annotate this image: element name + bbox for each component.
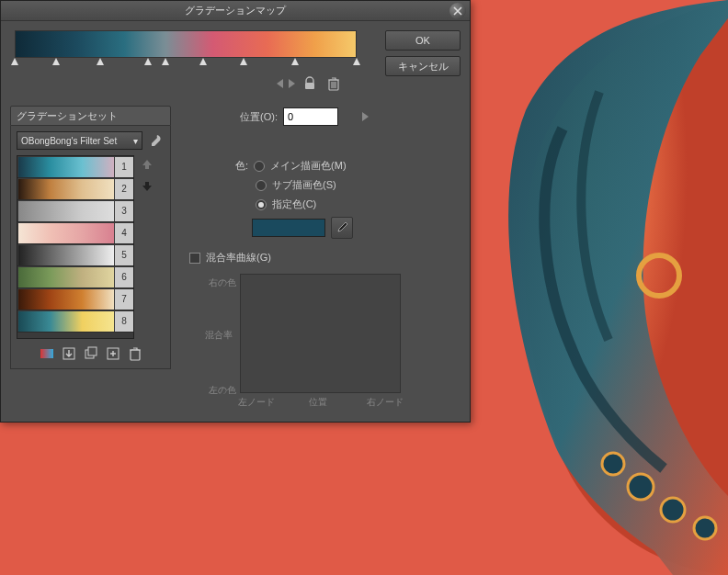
curve-position-label: 位置 bbox=[309, 396, 327, 409]
titlebar[interactable]: グラデーションマップ bbox=[1, 1, 470, 21]
gradient-stop[interactable] bbox=[353, 58, 360, 65]
preset-number: 8 bbox=[115, 311, 133, 332]
radio-specified-color[interactable] bbox=[256, 199, 267, 210]
preset-item[interactable]: 2 bbox=[17, 178, 133, 200]
preset-swatch bbox=[18, 245, 114, 265]
eyedropper-button[interactable] bbox=[331, 217, 353, 239]
position-input[interactable] bbox=[283, 107, 338, 126]
chevron-down-icon: ▾ bbox=[133, 136, 138, 146]
gradient-stop[interactable] bbox=[11, 58, 18, 65]
svg-point-3 bbox=[628, 474, 654, 500]
color-swatch[interactable] bbox=[252, 219, 325, 237]
preset-swatch bbox=[18, 267, 114, 288]
left-color-label: 左の色 bbox=[209, 384, 236, 397]
preset-set-label: OBongBong's Filter Set bbox=[21, 136, 117, 146]
cancel-button[interactable]: キャンセル bbox=[385, 56, 461, 76]
preset-number: 5 bbox=[115, 245, 133, 265]
gradient-stop[interactable] bbox=[97, 58, 104, 65]
radio-sub-label: サブ描画色(S) bbox=[272, 178, 336, 192]
trash-icon bbox=[129, 346, 142, 361]
preset-swatch bbox=[18, 179, 114, 199]
gradient-stop[interactable] bbox=[240, 58, 247, 65]
preset-swatch bbox=[18, 223, 114, 243]
preset-item[interactable]: 8 bbox=[17, 310, 133, 333]
radio-main-label: メイン描画色(M) bbox=[270, 159, 347, 173]
svg-rect-8 bbox=[40, 349, 53, 358]
gradient-stop[interactable] bbox=[199, 58, 207, 65]
preset-item[interactable]: 5 bbox=[17, 244, 133, 266]
gradient-preview-bar[interactable] bbox=[15, 30, 357, 58]
save-down-icon bbox=[62, 346, 76, 361]
duplicate-icon bbox=[84, 346, 98, 361]
preset-set-select[interactable]: OBongBong's Filter Set ▾ bbox=[17, 131, 142, 150]
svg-rect-13 bbox=[131, 350, 140, 360]
next-stop-button[interactable] bbox=[289, 79, 295, 88]
preset-item[interactable]: 6 bbox=[17, 266, 133, 288]
gradient-stop[interactable] bbox=[144, 58, 152, 65]
wrench-icon bbox=[149, 134, 162, 147]
move-down-button[interactable] bbox=[138, 177, 156, 196]
eyedropper-icon bbox=[336, 221, 348, 234]
prev-stop-button[interactable] bbox=[277, 79, 283, 88]
trash-icon[interactable] bbox=[324, 74, 343, 93]
preset-item[interactable]: 7 bbox=[17, 288, 133, 310]
new-preset-button[interactable] bbox=[104, 344, 122, 363]
svg-point-2 bbox=[602, 453, 624, 475]
close-button[interactable] bbox=[449, 3, 466, 19]
gradient-stops[interactable] bbox=[15, 58, 357, 67]
svg-point-4 bbox=[661, 498, 685, 522]
svg-point-5 bbox=[694, 517, 716, 539]
duplicate-preset-button[interactable] bbox=[82, 344, 100, 363]
mix-rate-label: 混合率 bbox=[205, 329, 233, 342]
mix-curve-label: 混合率曲線(G) bbox=[206, 251, 271, 265]
preset-number: 3 bbox=[115, 201, 133, 221]
mix-curve-checkbox[interactable] bbox=[189, 253, 200, 264]
radio-sub-color[interactable] bbox=[256, 180, 267, 191]
preset-number: 6 bbox=[115, 267, 133, 288]
arrow-down-icon bbox=[141, 180, 154, 193]
lock-icon[interactable] bbox=[301, 74, 319, 93]
preset-number: 2 bbox=[115, 179, 133, 199]
gradient-icon bbox=[40, 346, 54, 361]
gradient-map-dialog: グラデーションマップ OK キャンセル 位置(O): bbox=[0, 0, 471, 423]
preset-swatch bbox=[18, 201, 114, 221]
position-increment[interactable] bbox=[362, 112, 369, 121]
ok-button[interactable]: OK bbox=[385, 30, 461, 51]
dialog-title: グラデーションマップ bbox=[185, 4, 286, 17]
svg-rect-6 bbox=[305, 83, 314, 89]
preset-number: 7 bbox=[115, 289, 133, 310]
radio-main-color[interactable] bbox=[254, 161, 265, 172]
delete-preset-button[interactable] bbox=[126, 344, 144, 363]
preset-swatch bbox=[18, 157, 114, 177]
color-section-label: 色: bbox=[235, 159, 248, 173]
preset-header: グラデーションセット bbox=[10, 106, 171, 126]
gradient-stop[interactable] bbox=[52, 58, 60, 65]
preset-item[interactable]: 1 bbox=[17, 156, 133, 178]
preset-settings-button[interactable] bbox=[146, 131, 165, 150]
left-node-label: 左ノード bbox=[238, 396, 275, 409]
move-up-button[interactable] bbox=[138, 155, 156, 174]
preset-swatch bbox=[18, 311, 114, 332]
preset-item[interactable]: 4 bbox=[17, 222, 133, 244]
gradient-stop[interactable] bbox=[291, 58, 299, 65]
position-label: 位置(O): bbox=[240, 110, 278, 124]
right-color-label: 右の色 bbox=[209, 276, 236, 289]
save-preset-button[interactable] bbox=[60, 344, 78, 363]
preset-swatch bbox=[18, 289, 114, 310]
right-node-label: 右ノード bbox=[367, 396, 404, 409]
close-icon bbox=[453, 6, 462, 16]
arrow-up-icon bbox=[141, 158, 154, 171]
preset-list[interactable]: 12345678 bbox=[17, 155, 134, 339]
new-icon bbox=[106, 346, 120, 361]
apply-gradient-button[interactable] bbox=[38, 344, 56, 363]
preset-item[interactable]: 3 bbox=[17, 200, 133, 222]
preset-number: 1 bbox=[115, 157, 133, 177]
mix-curve-area[interactable] bbox=[240, 274, 401, 393]
radio-specified-label: 指定色(C) bbox=[272, 197, 316, 211]
gradient-stop[interactable] bbox=[162, 58, 169, 65]
svg-rect-11 bbox=[88, 347, 97, 355]
preset-number: 4 bbox=[115, 223, 133, 243]
